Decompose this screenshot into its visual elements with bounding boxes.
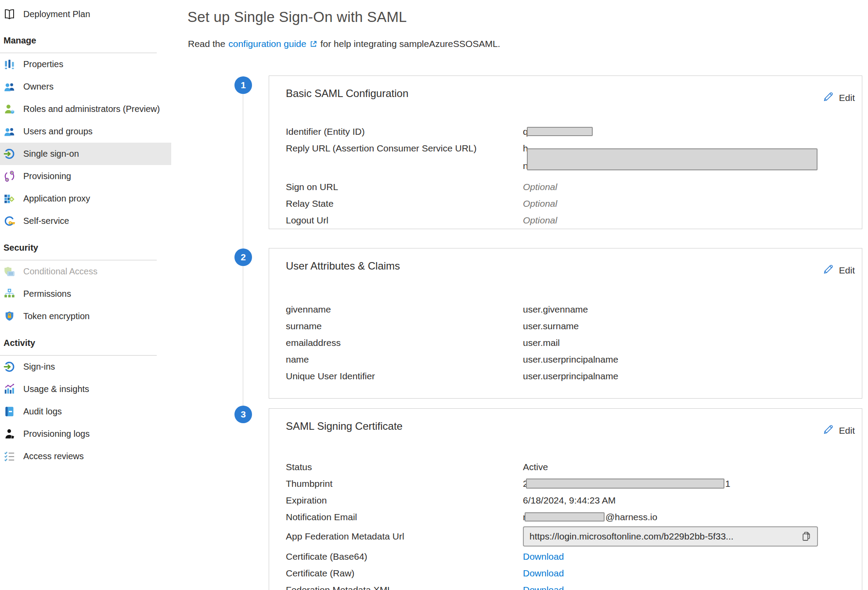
sign-on-url-label: Sign on URL [286, 181, 523, 193]
sidebar-item-label: Usage & insights [23, 384, 89, 394]
sidebar-item-usage-insights[interactable]: Usage & insights [0, 378, 171, 400]
pencil-icon [822, 263, 834, 277]
claim-label: emailaddress [286, 337, 523, 349]
redaction-bar [527, 127, 593, 136]
identifier-row: Identifier (Entity ID) q [286, 126, 862, 137]
claim-row: name user.userprincipalname [286, 354, 862, 365]
user-attributes-claims-card: User Attributes & Claims Edit givenname … [269, 248, 862, 399]
sidebar-item-access-reviews[interactable]: Access reviews [0, 445, 171, 468]
sidebar-item-permissions[interactable]: Permissions [0, 283, 171, 305]
download-raw-link[interactable]: Download [523, 568, 564, 579]
claim-value: user.userprincipalname [523, 371, 618, 382]
sidebar-item-owners[interactable]: Owners [0, 76, 171, 98]
sidebar-item-deployment-plan[interactable]: Deployment Plan [0, 4, 171, 24]
book-icon [4, 8, 15, 20]
sidebar-item-provisioning[interactable]: Provisioning [0, 165, 171, 187]
claim-row: emailaddress user.mail [286, 337, 862, 349]
claim-value: user.userprincipalname [523, 354, 618, 365]
sidebar-item-token-encryption[interactable]: Token encryption [0, 305, 171, 327]
sidebar-item-label: Provisioning logs [23, 429, 90, 439]
thumbprint-row: Thumbprint 21 [286, 478, 862, 489]
sidebar-item-single-sign-on[interactable]: Single sign-on [0, 143, 171, 165]
step-3-badge: 3 [234, 406, 252, 423]
download-federation-xml-link[interactable]: Download [523, 584, 564, 590]
card-title: Basic SAML Configuration [286, 87, 408, 100]
thumbprint-value: 21 [523, 478, 730, 489]
status-value: Active [523, 461, 548, 473]
identifier-value: q [523, 126, 594, 137]
edit-label: Edit [839, 425, 855, 436]
sidebar-item-application-proxy[interactable]: Application proxy [0, 187, 171, 210]
certificate-base64-row: Certificate (Base64) Download [286, 551, 862, 562]
sidebar-item-label: Permissions [23, 289, 71, 299]
expiration-row: Expiration 6/18/2024, 9:44:23 AM [286, 495, 862, 506]
pencil-icon [822, 91, 834, 105]
edit-user-attributes-button[interactable]: Edit [822, 263, 855, 277]
redaction-bar [525, 512, 605, 522]
sidebar-item-label: Owners [23, 82, 54, 92]
reply-url-row: Reply URL (Assertion Consumer Service UR… [286, 143, 862, 176]
step-1-badge: 1 [234, 76, 252, 94]
claim-value: user.mail [523, 337, 560, 349]
shield-lock-icon [4, 310, 15, 322]
certificate-base64-label: Certificate (Base64) [286, 551, 523, 562]
claim-value: user.givenname [523, 304, 588, 315]
expiration-value: 6/18/2024, 9:44:23 AM [523, 495, 616, 506]
intro-prefix: Read the [188, 39, 225, 49]
thumbprint-label: Thumbprint [286, 478, 523, 489]
claim-label: surname [286, 320, 523, 332]
claim-row: givenname user.givenname [286, 304, 862, 315]
sidebar: Deployment Plan Manage Properties Owners… [0, 0, 184, 468]
checklist-icon [4, 450, 15, 462]
properties-bars-icon [4, 58, 15, 70]
notification-email-row: Notification Email r@harness.io [286, 511, 862, 523]
intro-line: Read the configuration guide for help in… [188, 39, 500, 49]
saml-signing-certificate-card: SAML Signing Certificate Edit Status Act… [269, 408, 862, 590]
certificate-raw-row: Certificate (Raw) Download [286, 568, 862, 579]
external-link-icon[interactable] [310, 40, 317, 48]
federation-metadata-xml-label: Federation Metadata XML [286, 584, 523, 590]
sign-in-arrow-icon [4, 148, 15, 160]
claim-value: user.surname [523, 320, 579, 332]
sidebar-item-label: Users and groups [23, 126, 93, 137]
sign-in-arrow-icon [4, 361, 15, 373]
step-2-badge: 2 [234, 248, 252, 266]
sidebar-item-properties[interactable]: Properties [0, 53, 171, 76]
key-circle-icon [4, 215, 15, 227]
sidebar-section-security: Security [0, 243, 184, 253]
edit-basic-saml-button[interactable]: Edit [822, 91, 855, 105]
sidebar-item-label: Single sign-on [23, 149, 79, 159]
redaction-bar [526, 478, 724, 489]
sidebar-item-conditional-access[interactable]: Conditional Access [0, 260, 171, 283]
status-label: Status [286, 461, 523, 473]
sidebar-item-label: Properties [23, 59, 63, 69]
org-chart-icon [4, 288, 15, 300]
people-icon [4, 81, 15, 93]
metadata-url-input[interactable]: https://login.microsoftonline.com/b229b2… [523, 526, 818, 547]
claim-label: givenname [286, 304, 523, 315]
configuration-guide-link[interactable]: configuration guide [228, 39, 306, 49]
edit-signing-certificate-button[interactable]: Edit [822, 424, 855, 438]
sign-on-url-value: Optional [523, 181, 557, 193]
redaction-box [527, 148, 818, 170]
sidebar-item-provisioning-logs[interactable]: Provisioning logs [0, 423, 171, 445]
sidebar-item-label: Access reviews [23, 451, 84, 461]
status-row: Status Active [286, 461, 862, 473]
download-base64-link[interactable]: Download [523, 551, 564, 562]
federation-metadata-xml-row: Federation Metadata XML Download [286, 584, 862, 590]
sidebar-item-self-service[interactable]: Self-service [0, 210, 171, 232]
basic-saml-configuration-card: Basic SAML Configuration Edit Identifier… [269, 76, 862, 229]
metadata-url-row: App Federation Metadata Url https://logi… [286, 526, 862, 547]
sidebar-section-activity: Activity [0, 338, 184, 348]
sidebar-item-roles-administrators[interactable]: Roles and administrators (Preview) [0, 98, 171, 120]
sidebar-item-audit-logs[interactable]: Audit logs [0, 400, 171, 423]
reply-url-label: Reply URL (Assertion Consumer Service UR… [286, 143, 523, 176]
sidebar-item-users-groups[interactable]: Users and groups [0, 120, 171, 143]
notification-email-value: r@harness.io [523, 511, 657, 523]
sidebar-item-sign-ins[interactable]: Sign-ins [0, 356, 171, 378]
notebook-icon [4, 406, 15, 417]
sidebar-item-label: Audit logs [23, 407, 62, 417]
person-cube-icon [4, 103, 15, 115]
certificate-raw-label: Certificate (Raw) [286, 568, 523, 579]
copy-icon[interactable] [801, 531, 813, 542]
